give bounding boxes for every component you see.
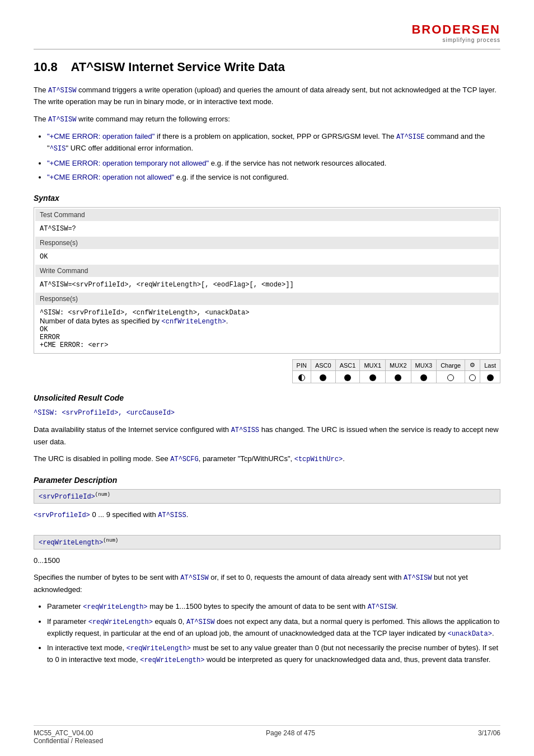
footer-doc-id: MC55_ATC_V04.00: [34, 729, 103, 737]
footer-status: Confidential / Released: [34, 737, 103, 745]
syntax-heading: Syntax: [34, 194, 500, 203]
write-resp-label-row: Response(s): [35, 293, 499, 305]
filled-circle-icon-mux1: [369, 374, 376, 381]
param2-bullets: Parameter <reqWriteLength> may be 1...15…: [47, 601, 500, 666]
pin-col-asc0: ASC0: [311, 360, 335, 371]
footer-page: Page 248 of 475: [266, 729, 315, 745]
test-resp-label-row: Response(s): [35, 237, 499, 249]
write-label-row: Write Command: [35, 265, 499, 277]
error-list: "+CME ERROR: operation failed" if there …: [47, 131, 500, 184]
pin-row: [292, 371, 500, 383]
pin-col-pin: PIN: [292, 360, 311, 371]
error-item-3: "+CME ERROR: operation not allowed" e.g.…: [47, 172, 500, 184]
pin-col-mux3: MUX3: [411, 360, 437, 371]
write-resp-row: ^SISW: <srvProfileId>, <cnfWriteLength>,…: [35, 306, 499, 352]
pin-col-mux2: MUX2: [386, 360, 411, 371]
section-title: 10.8 AT^SISW Internet Service Write Data: [34, 60, 500, 74]
at-sisw-ref-1: AT^SISW: [48, 87, 76, 95]
pin-col-last: Last: [480, 360, 500, 371]
filled-circle-icon-asc1: [344, 374, 351, 381]
pin-val-last: [480, 371, 500, 383]
urc-p1: Data availability status of the Internet…: [34, 424, 500, 448]
filled-circle-icon-mux3: [420, 374, 427, 381]
urc-heading: Unsolicited Result Code: [34, 393, 500, 402]
pin-table: PIN ASC0 ASC1 MUX1 MUX2 MUX3 Charge ⚙ La…: [292, 359, 500, 383]
test-label-row: Test Command: [35, 209, 499, 221]
error-item-2: "+CME ERROR: operation temporary not all…: [47, 158, 500, 170]
pin-col-gear: ⚙: [465, 360, 480, 371]
write-cmd-row: AT^SISW=<srvProfileId>, <reqWriteLength>…: [35, 278, 499, 292]
intro-p1: The AT^SISW command triggers a write ope…: [34, 84, 500, 108]
pin-val-asc1: [335, 371, 360, 383]
intro-p2: The AT^SISW write command may return the…: [34, 114, 500, 125]
pin-col-asc1: ASC1: [335, 360, 360, 371]
filled-circle-icon-asc0: [320, 374, 326, 381]
param2-bullet-3: In interactive text mode, <reqWriteLengt…: [47, 642, 500, 666]
footer-date: 3/17/06: [478, 729, 500, 745]
error-item-1: "+CME ERROR: operation failed" if there …: [47, 131, 500, 154]
syntax-table: Test Command AT^SISW=? Response(s) OK Wr…: [34, 207, 500, 354]
half-circle-icon: [298, 374, 305, 381]
page-footer: MC55_ATC_V04.00 Confidential / Released …: [34, 725, 500, 745]
pin-col-charge: Charge: [437, 360, 465, 371]
pin-val-pin: [292, 371, 311, 383]
pin-val-gear: [465, 371, 480, 383]
pin-val-asc0: [311, 371, 335, 383]
write-resp-label: Response(s): [35, 293, 499, 305]
write-cmd: AT^SISW=<srvProfileId>, <reqWriteLength>…: [35, 278, 499, 292]
test-label: Test Command: [35, 209, 499, 221]
filled-circle-icon-mux2: [395, 374, 401, 381]
test-cmd: AT^SISW=?: [35, 222, 499, 236]
param1-desc: <srvProfileId> 0 ... 9 specified with AT…: [34, 509, 500, 521]
param1-box: <srvProfileId>(num): [34, 489, 500, 504]
pin-table-wrapper: PIN ASC0 ASC1 MUX1 MUX2 MUX3 Charge ⚙ La…: [34, 359, 500, 383]
param2-desc: Specifies the number of bytes to be sent…: [34, 572, 500, 595]
pin-val-mux2: [386, 371, 411, 383]
param2-box: <reqWriteLength>(num): [34, 535, 500, 550]
write-label: Write Command: [35, 265, 499, 277]
param2-bullet-1: Parameter <reqWriteLength> may be 1...15…: [47, 601, 500, 613]
at-sisw-ref-2: AT^SISW: [48, 116, 76, 124]
write-resp: ^SISW: <srvProfileId>, <cnfWriteLength>,…: [35, 306, 499, 352]
test-cmd-row: AT^SISW=?: [35, 222, 499, 236]
logo: BRODERSEN simplifying process: [411, 22, 500, 43]
footer-left: MC55_ATC_V04.00 Confidential / Released: [34, 729, 103, 745]
param2-bullet-2: If parameter <reqWriteLength> equals 0, …: [47, 616, 500, 640]
logo-sub: simplifying process: [411, 37, 500, 43]
page-header: BRODERSEN simplifying process: [34, 22, 500, 50]
pin-val-mux3: [411, 371, 437, 383]
open-circle-icon-gear: [469, 374, 476, 381]
filled-circle-icon-last: [487, 374, 494, 381]
param-heading: Parameter Description: [34, 476, 500, 485]
pin-val-mux1: [360, 371, 386, 383]
urc-cmd: ^SISW: <srvProfileId>, <urcCauseId>: [34, 407, 500, 419]
urc-p2: The URC is disabled in polling mode. See…: [34, 453, 500, 465]
open-circle-icon-charge: [447, 374, 454, 381]
test-resp-row: OK: [35, 250, 499, 264]
pin-val-charge: [437, 371, 465, 383]
test-resp: OK: [35, 250, 499, 264]
param2-range: 0...1500: [34, 555, 500, 567]
pin-col-mux1: MUX1: [360, 360, 386, 371]
test-resp-label: Response(s): [35, 237, 499, 249]
logo-text: BRODERSEN: [411, 22, 500, 37]
